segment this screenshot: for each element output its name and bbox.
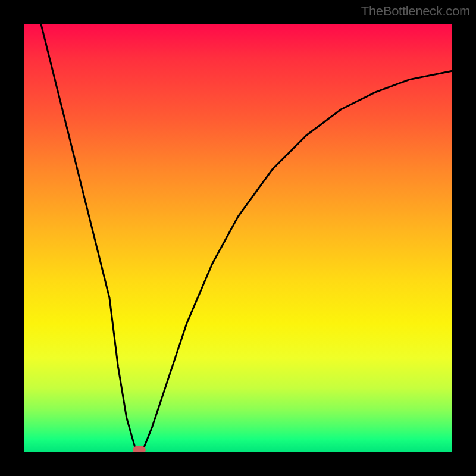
chart-frame: TheBottleneck.com <box>0 0 476 476</box>
curve-svg <box>24 24 452 452</box>
plot-area <box>24 24 452 452</box>
attribution-text: TheBottleneck.com <box>361 4 470 19</box>
bottleneck-curve <box>41 24 452 452</box>
minimum-marker <box>133 446 146 452</box>
